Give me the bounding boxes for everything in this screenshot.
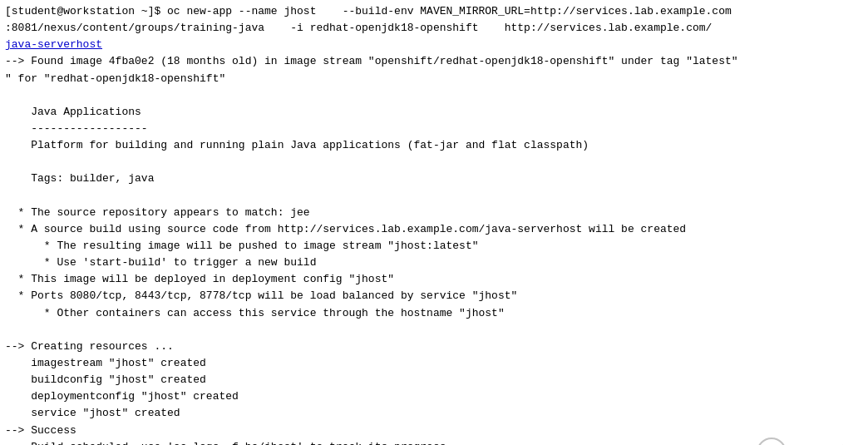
cmd-line-cont: :8081/nexus/content/groups/training-java… (0, 20, 868, 37)
imagestream-line: imagestream "jhost" created (0, 355, 868, 372)
cmd-line-link: java-serverhost (0, 37, 868, 53)
blank4 (0, 322, 868, 339)
found-image-line: --> Found image 4fba0e2 (18 months old) … (0, 53, 868, 70)
for-line: " for "redhat-openjdk18-openshift" (0, 71, 868, 87)
watermark: ⚙ 大魏分享 (757, 438, 851, 445)
platform-line: Platform for building and running plain … (0, 137, 868, 154)
source-match-line: * The source repository appears to match… (0, 205, 868, 221)
java-apps-line: Java Applications (0, 104, 868, 121)
containers-line: * Other containers can access this servi… (0, 305, 868, 322)
start-build-line: * Use 'start-build' to trigger a new bui… (0, 255, 868, 271)
source-build-line: * A source build using source code from … (0, 221, 868, 238)
deploy-line: * This image will be deployed in deploym… (0, 271, 868, 288)
build-scheduled-line: Build scheduled, use 'oc logs -f bc/jhos… (0, 439, 868, 445)
buildconfig-line: buildconfig "jhost" created (0, 372, 868, 388)
watermark-icon: ⚙ (757, 438, 787, 445)
blank3 (0, 188, 868, 205)
creating-line: --> Creating resources ... (0, 339, 868, 355)
dashes-line: ------------------ (0, 121, 868, 137)
cmd-cont-text: :8081/nexus/content/groups/training-java… (5, 22, 712, 34)
blank2 (0, 154, 868, 171)
success-line: --> Success (0, 423, 868, 439)
deploymentconfig-line: deploymentconfig "jhost" created (0, 388, 868, 405)
tags-line: Tags: builder, java (0, 171, 868, 187)
service-line: service "jhost" created (0, 405, 868, 422)
image-push-line: * The resulting image will be pushed to … (0, 238, 868, 255)
ports-line: * Ports 8080/tcp, 8443/tcp, 8778/tcp wil… (0, 288, 868, 304)
prompt-text: [student@workstation ~]$ oc new-app --na… (5, 5, 732, 17)
terminal-window: [student@workstation ~]$ oc new-app --na… (0, 0, 868, 445)
cmd-line: [student@workstation ~]$ oc new-app --na… (0, 3, 868, 20)
blank1 (0, 87, 868, 104)
java-serverhost-link[interactable]: java-serverhost (5, 38, 102, 51)
